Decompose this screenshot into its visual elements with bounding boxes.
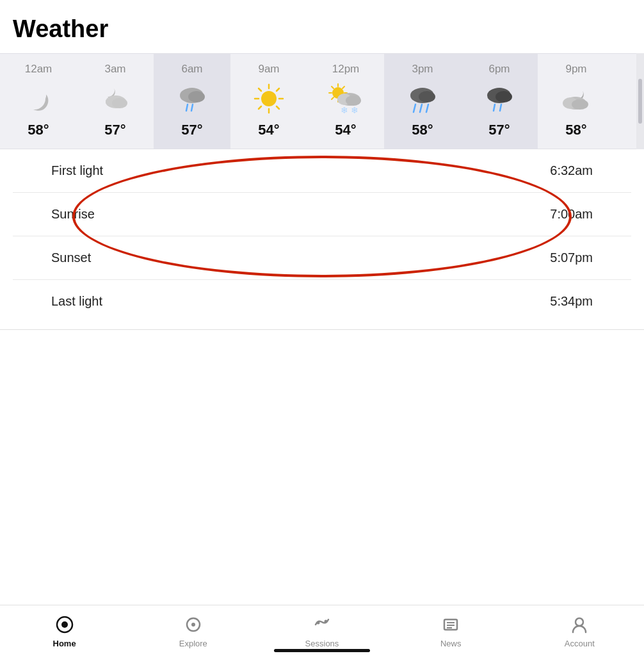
svg-line-15 <box>277 88 279 91</box>
hour-time-label: 6pm <box>488 63 510 76</box>
hour-temperature: 58° <box>28 122 49 138</box>
hour-temperature: 54° <box>335 122 356 138</box>
svg-line-6 <box>186 104 188 111</box>
svg-line-16 <box>259 106 261 109</box>
info-value: 5:07pm <box>550 250 593 265</box>
svg-point-38 <box>495 91 512 102</box>
hour-cell: 3pm 58° <box>384 54 461 149</box>
light-info-row: Sunset 5:07pm <box>13 236 631 280</box>
hour-cell: 9am 54° <box>230 54 307 149</box>
hour-weather-icon <box>559 82 593 115</box>
svg-point-32 <box>419 91 435 102</box>
hourly-section: 12am 58° 3am 57° 6am 57° 9am <box>0 53 644 149</box>
svg-line-13 <box>259 88 261 91</box>
hour-weather-icon <box>22 82 55 115</box>
home-nav-label: Home <box>53 639 76 648</box>
svg-line-40 <box>500 104 501 111</box>
info-label: Sunrise <box>51 207 95 222</box>
news-nav-label: News <box>440 639 462 648</box>
hour-temperature: 57° <box>104 122 125 138</box>
hourly-strip[interactable]: 12am 58° 3am 57° 6am 57° 9am <box>0 53 644 149</box>
svg-line-7 <box>191 104 193 111</box>
svg-line-25 <box>332 97 334 99</box>
hour-weather-icon <box>406 82 439 115</box>
home-nav-icon <box>54 614 75 635</box>
hour-time-label: 12am <box>25 63 52 76</box>
explore-nav-icon <box>183 614 204 635</box>
svg-point-43 <box>572 99 588 110</box>
hour-time-label: 9am <box>258 63 279 76</box>
light-info-row: First light 6:32am <box>13 149 631 193</box>
account-nav-icon <box>569 614 590 635</box>
svg-point-47 <box>191 623 195 627</box>
scrollbar-track[interactable] <box>636 53 644 149</box>
svg-point-49 <box>324 620 327 623</box>
svg-point-5 <box>188 91 205 102</box>
hour-temperature: 58° <box>565 122 586 138</box>
svg-point-45 <box>61 621 68 628</box>
hour-time-label: 6am <box>181 63 202 76</box>
svg-line-14 <box>277 106 279 109</box>
svg-line-24 <box>342 86 344 88</box>
svg-point-8 <box>261 91 277 106</box>
hour-temperature: 54° <box>258 122 279 138</box>
hour-weather-icon <box>99 82 132 115</box>
hour-cell: 6pm 57° <box>461 54 538 149</box>
bottom-navigation: Home Explore Sessions News Account <box>0 605 644 656</box>
hour-cell: 12pm ❄ ❄ 54° <box>307 54 384 149</box>
svg-line-35 <box>426 104 428 112</box>
hour-time-label: 3pm <box>412 63 433 76</box>
page-title: Weather <box>13 15 631 43</box>
svg-line-22 <box>332 86 334 88</box>
info-value: 6:32am <box>550 163 593 178</box>
nav-item-home[interactable]: Home <box>39 614 90 648</box>
nav-item-news[interactable]: News <box>425 614 476 648</box>
hour-temperature: 57° <box>181 122 202 138</box>
info-label: Sunset <box>51 250 91 265</box>
hour-weather-icon <box>175 82 209 115</box>
svg-point-48 <box>316 621 319 625</box>
svg-text:❄ ❄: ❄ ❄ <box>341 105 358 115</box>
hour-weather-icon: ❄ ❄ <box>329 82 362 115</box>
svg-line-33 <box>414 104 415 112</box>
section-divider <box>0 329 644 330</box>
light-info-section: First light 6:32am Sunrise 7:00am Sunset… <box>0 149 644 323</box>
nav-item-explore[interactable]: Explore <box>168 614 219 648</box>
hour-time-label: 9pm <box>565 63 586 76</box>
news-nav-icon <box>440 614 461 635</box>
light-info-row: Sunrise 7:00am <box>13 193 631 236</box>
nav-item-sessions[interactable]: Sessions <box>296 614 348 648</box>
sessions-nav-label: Sessions <box>305 639 339 648</box>
light-info-row: Last light 5:34pm <box>13 280 631 323</box>
hour-weather-icon <box>252 82 286 115</box>
sessions-nav-icon <box>312 614 332 635</box>
svg-point-54 <box>576 618 583 626</box>
svg-point-28 <box>346 95 361 106</box>
explore-nav-label: Explore <box>179 639 207 648</box>
scrollbar-thumb <box>638 79 642 124</box>
hour-weather-icon <box>483 82 516 115</box>
hour-temperature: 57° <box>488 122 510 138</box>
svg-point-2 <box>112 98 127 108</box>
hour-time-label: 12pm <box>332 63 360 76</box>
account-nav-label: Account <box>565 639 595 648</box>
hour-cell: 3am 57° <box>77 54 154 149</box>
svg-line-39 <box>494 104 495 111</box>
page-header: Weather <box>0 0 644 53</box>
info-value: 5:34pm <box>550 294 593 309</box>
nav-item-account[interactable]: Account <box>554 614 605 648</box>
hour-cell: 9pm 58° <box>538 54 615 149</box>
info-value: 7:00am <box>550 207 593 222</box>
info-label: Last light <box>51 294 102 309</box>
home-indicator <box>274 649 370 652</box>
hour-temperature: 58° <box>412 122 433 138</box>
hour-cell: 12am 58° <box>0 54 77 149</box>
hour-cell: 6am 57° <box>154 54 230 149</box>
hour-time-label: 3am <box>104 63 125 76</box>
svg-line-34 <box>420 104 422 112</box>
info-label: First light <box>51 163 103 178</box>
